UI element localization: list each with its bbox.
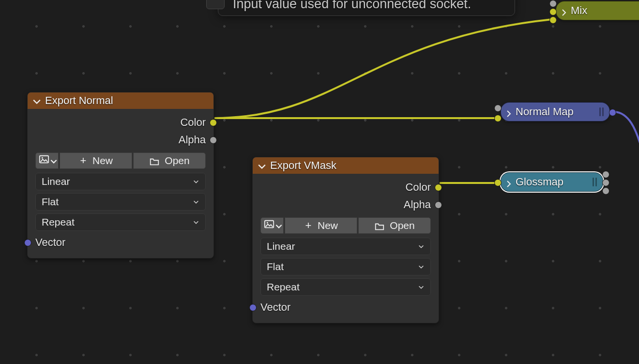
- projection-value: Flat: [267, 261, 284, 273]
- interpolation-value: Linear: [42, 176, 70, 187]
- input-vector-socket[interactable]: [24, 239, 31, 246]
- extension-dropdown[interactable]: Repeat: [260, 278, 431, 296]
- output-alpha-socket[interactable]: [210, 136, 217, 144]
- node-grip-icon: [599, 107, 604, 116]
- image-browse-button[interactable]: [260, 217, 284, 234]
- tooltip-info-icon: [206, 0, 225, 9]
- node-grip-icon: [593, 178, 597, 186]
- image-source-row: + New Open: [35, 152, 206, 169]
- output-color-socket[interactable]: [435, 184, 442, 191]
- chevron-down-icon: [193, 216, 199, 228]
- glossmap-output-socket-3[interactable]: [602, 187, 609, 195]
- extension-value: Repeat: [42, 216, 75, 228]
- output-color-socket[interactable]: [210, 119, 217, 126]
- open-label: Open: [165, 155, 189, 167]
- socket-tooltip: Input value used for unconnected socket.: [218, 0, 515, 16]
- image-browse-button[interactable]: [35, 152, 59, 169]
- output-alpha-label: Alpha: [179, 134, 206, 146]
- tooltip-text: Input value used for unconnected socket.: [233, 0, 471, 12]
- glossmap-output-socket-2[interactable]: [602, 179, 609, 186]
- plus-icon: +: [79, 154, 88, 167]
- interpolation-dropdown[interactable]: Linear: [35, 173, 206, 190]
- collapse-chevron-icon[interactable]: [32, 96, 41, 105]
- chevron-down-icon: [418, 281, 425, 293]
- new-label: New: [318, 220, 338, 231]
- plus-icon: +: [304, 219, 313, 232]
- mix-input-socket-color2[interactable]: [549, 16, 557, 24]
- glossmap-title: Glossmap: [516, 176, 563, 188]
- chevron-right-icon: [560, 7, 568, 15]
- chevron-right-icon: [505, 108, 513, 116]
- mix-input-socket-fac[interactable]: [549, 0, 557, 7]
- svg-point-1: [42, 157, 43, 158]
- output-color-label: Color: [405, 181, 431, 194]
- glossmap-input-color-socket[interactable]: [494, 179, 502, 186]
- input-vector-label: Vector: [35, 236, 65, 249]
- chevron-down-icon: [274, 221, 283, 230]
- new-label: New: [92, 155, 113, 167]
- node-glossmap-collapsed[interactable]: Glossmap: [501, 172, 603, 192]
- chevron-right-icon: [505, 178, 513, 186]
- collapse-chevron-icon[interactable]: [258, 161, 266, 170]
- projection-dropdown[interactable]: Flat: [35, 193, 206, 211]
- image-source-row: + New Open: [260, 217, 431, 234]
- chevron-down-icon: [193, 176, 199, 187]
- open-image-button[interactable]: Open: [358, 217, 431, 234]
- output-color-row: Color: [260, 179, 431, 196]
- extension-value: Repeat: [267, 281, 300, 293]
- normalmap-input-color-socket[interactable]: [494, 115, 502, 122]
- normalmap-input-strength-socket[interactable]: [494, 105, 502, 112]
- node-export-vmask[interactable]: Export VMask Color Alpha + New: [252, 157, 439, 323]
- output-alpha-row: Alpha: [35, 131, 206, 149]
- node-export-normal[interactable]: Export Normal Color Alpha + New: [27, 92, 214, 258]
- mix-input-socket-color1[interactable]: [549, 8, 557, 15]
- input-vector-row: Vector: [260, 299, 431, 316]
- normalmap-output-normal-socket[interactable]: [609, 109, 616, 116]
- normalmap-title: Normal Map: [516, 106, 574, 118]
- node-normal-map-collapsed[interactable]: Normal Map: [501, 102, 610, 121]
- output-alpha-label: Alpha: [404, 198, 431, 211]
- node-title: Export Normal: [45, 94, 113, 107]
- projection-value: Flat: [42, 196, 59, 208]
- interpolation-dropdown[interactable]: Linear: [260, 238, 431, 255]
- output-color-row: Color: [35, 114, 206, 131]
- output-color-label: Color: [180, 116, 206, 129]
- node-header[interactable]: Export VMask: [253, 157, 439, 174]
- input-vector-socket[interactable]: [249, 304, 257, 311]
- chevron-down-icon: [193, 196, 199, 208]
- folder-icon: [374, 221, 385, 230]
- input-vector-label: Vector: [260, 301, 290, 314]
- projection-dropdown[interactable]: Flat: [260, 258, 431, 275]
- glossmap-output-socket-1[interactable]: [602, 171, 609, 178]
- new-image-button[interactable]: + New: [285, 217, 357, 234]
- output-alpha-socket[interactable]: [435, 201, 442, 209]
- chevron-down-icon: [418, 261, 425, 273]
- image-icon: [39, 154, 49, 167]
- node-header[interactable]: Export Normal: [28, 92, 213, 109]
- node-title: Export VMask: [270, 159, 336, 172]
- interpolation-value: Linear: [267, 241, 295, 252]
- input-vector-row: Vector: [35, 234, 206, 251]
- node-mix-collapsed[interactable]: Mix: [556, 1, 639, 20]
- svg-point-3: [267, 222, 268, 223]
- folder-icon: [149, 156, 160, 165]
- output-alpha-row: Alpha: [260, 196, 431, 213]
- chevron-down-icon: [418, 241, 425, 252]
- open-label: Open: [390, 220, 414, 231]
- open-image-button[interactable]: Open: [133, 152, 206, 169]
- extension-dropdown[interactable]: Repeat: [35, 213, 206, 231]
- chevron-down-icon: [49, 156, 58, 165]
- new-image-button[interactable]: + New: [60, 152, 132, 169]
- image-icon: [264, 219, 274, 232]
- mix-title: Mix: [571, 4, 587, 17]
